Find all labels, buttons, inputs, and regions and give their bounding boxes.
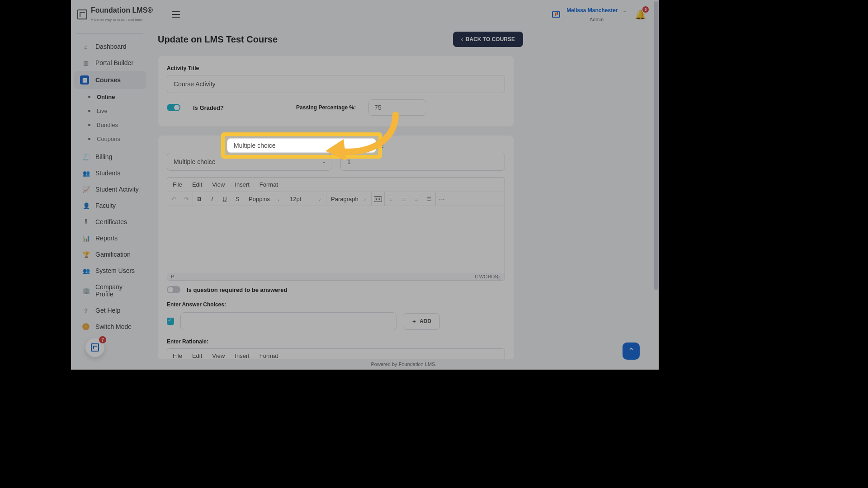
editor-menubar[interactable]: File Edit View Insert Format	[167, 349, 505, 359]
sidebar-item-gamification[interactable]: 🏆Gamification	[74, 246, 146, 263]
sidebar-item-billing[interactable]: 🧾Billing	[74, 149, 146, 165]
menu-toggle-icon[interactable]	[172, 11, 180, 18]
question-required-label: Is question required to be answered	[187, 286, 288, 293]
sidebar-sub-label: Online	[97, 94, 115, 100]
editor-wordcount: 0 WORDS	[475, 274, 498, 279]
align-justify-icon[interactable]: ☰	[423, 192, 435, 206]
answer-correct-checkbox[interactable]	[167, 318, 174, 325]
person-icon: 👤	[83, 202, 89, 209]
sidebar-item-label: Students	[95, 169, 120, 177]
answer-choices-label: Enter Answer Choices:	[167, 301, 505, 308]
editor-menu-view[interactable]: View	[212, 352, 225, 359]
italic-icon[interactable]: I	[206, 192, 218, 206]
editor-menu-insert[interactable]: Insert	[235, 352, 250, 359]
sidebar-item-switch-mode[interactable]: Switch Mode	[74, 319, 146, 335]
add-answer-button[interactable]: ＋ADD	[403, 313, 440, 330]
align-left-icon[interactable]: ≡	[385, 192, 397, 206]
sidebar-item-reports[interactable]: 📊Reports	[74, 230, 146, 246]
brand-logo: Foundation LMS® A better way to teach an…	[77, 6, 153, 23]
activity-title-input[interactable]	[167, 75, 505, 93]
question-text-editor[interactable]: File Edit View Insert Format ↶↷ BIUS Pop…	[167, 177, 505, 281]
font-family-select[interactable]: Poppins⌄	[244, 192, 285, 206]
is-graded-toggle[interactable]	[167, 104, 180, 111]
sidebar-item-label: Portal Builder	[95, 59, 133, 66]
redo-icon[interactable]: ↷	[180, 192, 193, 206]
sidebar-item-system-users[interactable]: 👥System Users	[74, 263, 146, 279]
undo-icon[interactable]: ↶	[167, 192, 180, 206]
sidebar-sub-bundles[interactable]: Bundles	[71, 118, 149, 132]
align-right-icon[interactable]: ≡	[410, 192, 423, 206]
editor-menu-format[interactable]: Format	[259, 352, 278, 359]
answer-choice-input[interactable]	[180, 312, 396, 330]
editor-menu-edit[interactable]: Edit	[192, 181, 202, 188]
users-icon: 👥	[83, 170, 89, 177]
scroll-top-button[interactable]: ⌃	[623, 343, 640, 360]
align-center-icon[interactable]: ≣	[397, 192, 410, 206]
editor-menu-file[interactable]: File	[173, 352, 182, 359]
editor-menu-edit[interactable]: Edit	[192, 352, 202, 359]
sidebar-sub-coupons[interactable]: Coupons	[71, 132, 149, 146]
editor-menu-insert[interactable]: Insert	[235, 181, 250, 188]
question-type-select[interactable]	[167, 153, 331, 171]
back-to-course-button[interactable]: ‹ BACK TO COURSE	[453, 32, 523, 47]
sidebar-item-label: Certificates	[95, 218, 127, 225]
main-content: Update on LMS Test Course ‹ BACK TO COUR…	[149, 29, 659, 359]
presentation-icon[interactable]	[552, 11, 560, 18]
sidebar-item-label: Company Profile	[95, 283, 142, 298]
page-title: Update on LMS Test Course	[158, 34, 278, 45]
sidebar-sub-online[interactable]: Online	[71, 90, 149, 104]
notifications-button[interactable]: 🔔 5	[635, 9, 646, 20]
editor-body[interactable]	[167, 206, 505, 273]
sidebar-item-label: Dashboard	[95, 43, 127, 50]
source-code-icon[interactable]: <>	[372, 192, 384, 206]
intercom-icon	[91, 343, 99, 352]
sidebar-item-students[interactable]: 👥Students	[74, 165, 146, 181]
chart-icon: 📊	[83, 235, 89, 242]
sidebar-item-get-help[interactable]: ?Get Help	[74, 302, 146, 319]
sidebar-sub-live[interactable]: Live	[71, 104, 149, 118]
sidebar-item-label: Reports	[95, 235, 118, 242]
user-menu[interactable]: Melissa Manchester ⌄ Admin	[566, 5, 627, 23]
rationale-editor[interactable]: File Edit View Insert Format ↶↷ BIUS Pop…	[167, 348, 505, 359]
ribbon-icon: 🎖	[83, 219, 89, 225]
rationale-label: Enter Rationale:	[167, 338, 505, 345]
strike-icon[interactable]: S	[231, 192, 244, 206]
book-icon: ▦	[80, 75, 89, 84]
brand-name: Foundation LMS®	[91, 6, 153, 14]
sidebar-item-student-activity[interactable]: 📈Student Activity	[74, 181, 146, 197]
scrollbar-thumb[interactable]	[654, 1, 658, 290]
editor-menubar[interactable]: File Edit View Insert Format	[167, 178, 505, 192]
more-icon[interactable]: ⋯	[436, 192, 448, 206]
user-role: Admin	[590, 17, 604, 22]
sidebar-item-label: Courses	[95, 76, 121, 84]
question-card: Question Type: ⌄ Question Points: Fi	[158, 136, 514, 359]
editor-menu-view[interactable]: View	[212, 181, 225, 188]
sidebar-item-label: System Users	[95, 267, 135, 274]
sidebar-item-courses[interactable]: ▦Courses	[74, 71, 146, 89]
layout-icon: ▥	[83, 60, 89, 66]
sidebar-item-label: Gamification	[95, 251, 131, 258]
sidebar-item-portal-builder[interactable]: ▥Portal Builder	[74, 55, 146, 71]
font-size-select[interactable]: 12pt⌄	[285, 192, 326, 206]
switch-icon	[83, 324, 89, 330]
passing-pct-input[interactable]	[368, 99, 426, 116]
editor-path: P	[171, 274, 174, 279]
scrollbar-track[interactable]	[653, 0, 659, 370]
editor-menu-file[interactable]: File	[173, 181, 182, 188]
bold-icon[interactable]: B	[193, 192, 206, 206]
brand-tagline: A better way to teach and learn	[91, 18, 144, 22]
sidebar-item-faculty[interactable]: 👤Faculty	[74, 197, 146, 214]
question-required-toggle[interactable]	[167, 286, 180, 293]
sidebar-sub-label: Live	[97, 108, 108, 114]
sidebar-item-certificates[interactable]: 🎖Certificates	[74, 214, 146, 230]
sidebar-item-label: Switch Mode	[95, 323, 132, 330]
sidebar-item-dashboard[interactable]: ⌂Dashboard	[74, 38, 146, 55]
sidebar-item-company-profile[interactable]: 🏢Company Profile	[74, 279, 146, 302]
intercom-launcher[interactable]: 7	[85, 338, 104, 357]
question-points-input[interactable]	[340, 153, 505, 171]
underline-icon[interactable]: U	[218, 192, 231, 206]
editor-menu-format[interactable]: Format	[259, 181, 278, 188]
sidebar-sub-label: Bundles	[97, 122, 118, 128]
help-icon: ?	[83, 307, 89, 314]
block-format-select[interactable]: Paragraph⌄	[326, 192, 371, 206]
